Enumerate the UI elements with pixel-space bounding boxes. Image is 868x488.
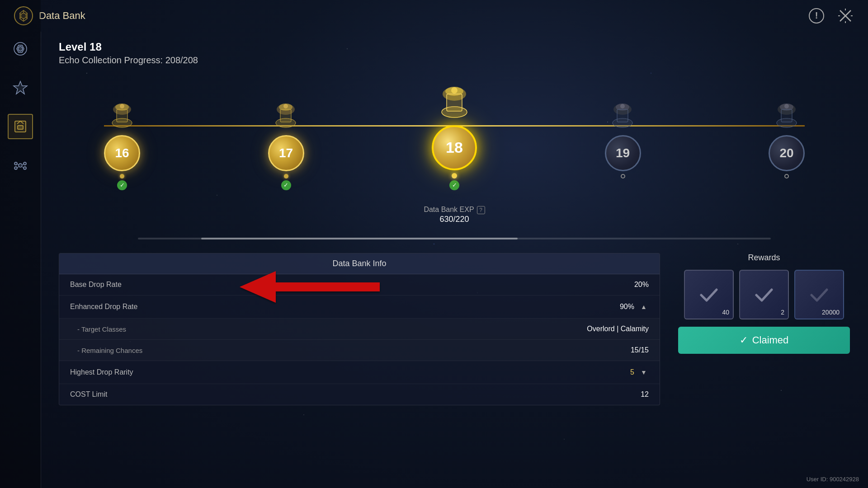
svg-point-22 bbox=[24, 162, 26, 165]
pot-icon-17 bbox=[274, 103, 298, 134]
exp-help-icon[interactable]: ? bbox=[477, 206, 485, 214]
base-drop-value: 20% bbox=[634, 281, 649, 289]
rewards-header: Rewards bbox=[678, 253, 850, 263]
node-circle-19: 19 bbox=[605, 135, 641, 171]
node-circle-18: 18 bbox=[432, 125, 477, 170]
svg-text:!: ! bbox=[815, 10, 818, 20]
target-classes-label: - Target Classes bbox=[70, 325, 587, 333]
node-circle-20: 20 bbox=[769, 135, 805, 171]
node-circle-16: 16 bbox=[104, 135, 140, 171]
svg-point-41 bbox=[451, 87, 458, 94]
highest-drop-value: 5 bbox=[630, 368, 634, 376]
info-row-highest-drop: Highest Drop Rarity 5 ▼ bbox=[59, 361, 660, 384]
timeline-node-19: 19 bbox=[605, 103, 641, 190]
pot-icon-16 bbox=[110, 103, 135, 134]
svg-line-28 bbox=[22, 167, 24, 168]
reward-check-icon-1 bbox=[698, 283, 720, 306]
svg-point-51 bbox=[784, 104, 789, 108]
svg-rect-33 bbox=[117, 109, 127, 122]
info-row-target-classes: - Target Classes Overlord | Calamity bbox=[59, 319, 660, 340]
exp-label: Data Bank EXP bbox=[424, 206, 474, 214]
svg-rect-43 bbox=[447, 94, 462, 111]
enhanced-drop-expand[interactable]: ▲ bbox=[639, 302, 649, 312]
timeline-node-18: 18 ✓ bbox=[432, 86, 477, 190]
reward-item-2: 2 bbox=[739, 270, 789, 319]
timeline-node-20: 20 bbox=[769, 103, 805, 190]
timeline-node-16: 16 ✓ bbox=[104, 103, 140, 190]
sidebar-item-4[interactable] bbox=[8, 153, 33, 178]
echo-progress: Echo Collection Progress: 208/208 bbox=[59, 55, 850, 66]
claimed-check-icon: ✓ bbox=[740, 334, 748, 346]
info-row-enhanced-drop: Enhanced Drop Rate 90% ▲ bbox=[59, 296, 660, 319]
cost-limit-label: COST Limit bbox=[70, 390, 641, 399]
enhanced-drop-value: 90% bbox=[620, 303, 634, 311]
node-connector-18 bbox=[452, 173, 457, 178]
svg-point-24 bbox=[24, 167, 26, 169]
target-classes-value: Overlord | Calamity bbox=[587, 325, 649, 333]
top-bar-right: ! bbox=[807, 7, 854, 25]
svg-point-36 bbox=[283, 104, 288, 108]
enhanced-drop-label: Enhanced Drop Rate bbox=[70, 303, 620, 311]
info-row-cost-limit: COST Limit 12 bbox=[59, 384, 660, 405]
exclamation-icon[interactable]: ! bbox=[807, 7, 826, 25]
info-panel-header: Data Bank Info bbox=[59, 253, 660, 274]
top-bar: Data Bank ! bbox=[0, 0, 868, 32]
check-18: ✓ bbox=[449, 180, 459, 190]
svg-rect-48 bbox=[617, 109, 628, 122]
base-drop-label: Base Drop Rate bbox=[70, 281, 634, 289]
timeline-node-17: 17 ✓ bbox=[268, 103, 304, 190]
check-16: ✓ bbox=[117, 180, 127, 190]
svg-point-21 bbox=[14, 162, 17, 165]
sidebar-item-1[interactable] bbox=[8, 36, 33, 61]
highest-drop-expand[interactable]: ▼ bbox=[639, 367, 649, 377]
close-icon[interactable] bbox=[836, 7, 854, 25]
node-connector-19 bbox=[621, 174, 625, 178]
reward-count-3: 20000 bbox=[822, 309, 840, 316]
svg-point-46 bbox=[620, 104, 625, 108]
timeline-scrollbar[interactable] bbox=[138, 238, 771, 239]
rewards-grid: 40 2 20000 bbox=[678, 270, 850, 319]
no-check-19 bbox=[618, 180, 628, 190]
timeline-container: 16 ✓ 17 ✓ bbox=[59, 75, 850, 201]
check-17: ✓ bbox=[281, 180, 291, 190]
user-id: User ID: 900242928 bbox=[807, 476, 859, 483]
reward-count-1: 40 bbox=[722, 309, 729, 316]
pot-icon-19 bbox=[610, 103, 635, 134]
main-content: Level 18 Echo Collection Progress: 208/2… bbox=[41, 32, 868, 488]
app-title-text: Data Bank bbox=[39, 10, 85, 22]
claimed-button[interactable]: ✓ Claimed bbox=[678, 327, 850, 354]
node-connector-20 bbox=[784, 174, 789, 178]
svg-point-23 bbox=[14, 167, 17, 169]
info-row-base-drop: Base Drop Rate 20% bbox=[59, 274, 660, 296]
reward-check-icon-2 bbox=[753, 283, 775, 306]
timeline-nodes: 16 ✓ 17 ✓ bbox=[59, 86, 850, 190]
claimed-label: Claimed bbox=[752, 334, 789, 346]
svg-rect-38 bbox=[280, 109, 291, 122]
reward-item-1: 40 bbox=[684, 270, 734, 319]
remaining-chances-value: 15/15 bbox=[631, 346, 649, 354]
info-row-remaining-chances: - Remaining Chances 15/15 bbox=[59, 340, 660, 361]
pot-icon-18 bbox=[439, 86, 470, 124]
svg-line-27 bbox=[17, 167, 19, 168]
rewards-panel: Rewards 40 2 bbox=[678, 253, 850, 354]
lower-section: Data Bank Info Base Drop Rate 20% Enhanc… bbox=[59, 253, 850, 405]
info-panel: Data Bank Info Base Drop Rate 20% Enhanc… bbox=[59, 253, 660, 405]
sidebar-divider bbox=[41, 32, 41, 488]
reward-item-3: 20000 bbox=[794, 270, 844, 319]
level-text: Level 18 bbox=[59, 41, 850, 53]
svg-point-17 bbox=[18, 47, 23, 51]
svg-point-20 bbox=[19, 164, 22, 167]
node-connector-16 bbox=[120, 174, 124, 178]
node-circle-17: 17 bbox=[268, 135, 304, 171]
exp-value: 630/220 bbox=[59, 215, 850, 224]
pot-icon-20 bbox=[774, 103, 799, 134]
no-check-20 bbox=[782, 180, 792, 190]
svg-point-31 bbox=[120, 104, 124, 108]
sidebar bbox=[0, 0, 41, 488]
sidebar-item-3[interactable] bbox=[8, 114, 33, 139]
exp-info: Data Bank EXP ? 630/220 bbox=[59, 206, 850, 224]
node-connector-17 bbox=[284, 174, 288, 178]
progress-header: Level 18 Echo Collection Progress: 208/2… bbox=[59, 41, 850, 66]
sidebar-item-2[interactable] bbox=[8, 75, 33, 100]
timeline-scrollbar-thumb bbox=[201, 238, 518, 239]
